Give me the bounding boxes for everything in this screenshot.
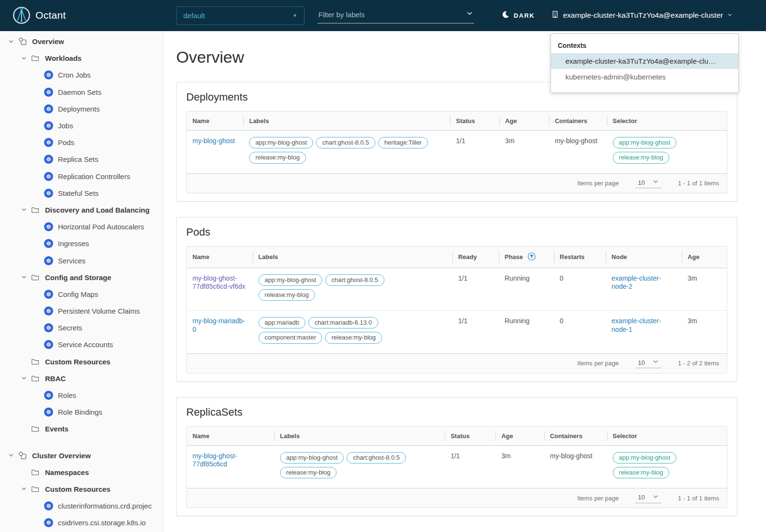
label-tag[interactable]: release:my-blog <box>249 152 306 163</box>
label-tag[interactable]: release:my-blog <box>259 289 315 301</box>
label-tag[interactable]: chart:ghost-8.0.5 <box>347 452 406 464</box>
sidebar-item-stateful-sets[interactable]: ☸Stateful Sets <box>0 185 163 202</box>
pods-icon: ☸ <box>44 138 58 147</box>
dark-theme-toggle[interactable]: DARK <box>502 11 535 20</box>
label-tag[interactable]: release:my-blog <box>280 467 337 478</box>
resource-link[interactable]: my-blog-ghost-77df85c6cd-vf6dx <box>192 274 246 291</box>
chevron-down-icon[interactable] <box>17 207 31 213</box>
resource-link[interactable]: example-cluster-node-1 <box>611 317 661 333</box>
sidebar-item-label: Daemon Sets <box>58 88 101 96</box>
cell-text: 3m <box>687 274 697 282</box>
items-per-page-value: 10 <box>638 359 645 366</box>
table-pods: NameLabelsReadyPhaseRestartsNodeAgemy-bl… <box>187 247 727 353</box>
label-filter-input[interactable] <box>318 11 448 19</box>
card-replicasets: ReplicaSetsNameLabelsStatusAgeContainers… <box>176 397 737 517</box>
chevron-down-icon[interactable] <box>17 486 31 492</box>
column-header-label: Containers <box>555 117 587 125</box>
label-tag[interactable]: chart:ghost-8.0.5 <box>316 137 375 148</box>
context-switcher[interactable]: example-cluster-ka3TuTzYo4a@example-clus… <box>552 11 732 20</box>
sidebar-item-label: Services <box>58 257 86 265</box>
context-option-kubernetes-admin[interactable]: kubernetes-admin@kubernetes <box>551 69 738 85</box>
cell-text: 1/1 <box>456 137 465 145</box>
sidebar-item-label: Roles <box>58 391 76 399</box>
sidebar-item-clusterinformations-crd-projec[interactable]: ☸clusterinformations.crd.projec <box>0 498 163 514</box>
sidebar-item-namespaces[interactable]: Namespaces <box>0 464 163 481</box>
column-header-inner: Selector <box>613 117 721 125</box>
sidebar-item-overview[interactable]: Overview <box>0 33 163 50</box>
sidebar-item-cluster-overview[interactable]: Cluster Overview <box>0 447 163 464</box>
app-icon <box>18 451 32 460</box>
sidebar-item-rbac[interactable]: RBAC <box>0 370 163 387</box>
sidebar-item-jobs[interactable]: ☸Jobs <box>0 117 163 134</box>
pagination-range: 1 - 1 of 1 items <box>678 495 719 502</box>
cell-text: Running <box>505 317 529 325</box>
pagination-footer: Items per page101 - 1 of 1 items <box>187 488 727 508</box>
sidebar-item-persistent-volume-claims[interactable]: ☸Persistent Volume Claims <box>0 303 163 319</box>
label-tag[interactable]: chart:mariadb-6.13.0 <box>308 317 378 328</box>
context-option-current[interactable]: example-cluster-ka3TuTzYo4a@example-clu… <box>551 53 738 69</box>
label-tag[interactable]: component:master <box>259 332 323 343</box>
namespace-select[interactable]: default ▼ <box>176 6 304 25</box>
chevron-down-icon[interactable] <box>17 274 31 280</box>
filter-icon[interactable] <box>528 252 536 262</box>
sidebar-item-custom-resources[interactable]: Custom Resources <box>0 481 163 498</box>
sidebar-item-ingresses[interactable]: ☸Ingresses <box>0 235 163 252</box>
sidebar-item-discovery-and-load-balancing[interactable]: Discovery and Load Balancing <box>0 202 163 218</box>
selector-tag[interactable]: app:my-blog-ghost <box>613 137 677 148</box>
sidebar-item-daemon-sets[interactable]: ☸Daemon Sets <box>0 84 163 101</box>
replication-controllers-icon: ☸ <box>44 172 58 181</box>
sidebar-item-csidrivers-csi-storage-k8s-io[interactable]: ☸csidrivers.csi.storage.k8s.io <box>0 514 163 531</box>
selector-tag[interactable]: release:my-blog <box>613 467 670 478</box>
resource-link[interactable]: my-blog-mariadb-0 <box>192 317 245 333</box>
label-tag[interactable]: chart:ghost-8.0.5 <box>325 274 384 286</box>
table-row: my-blog-ghost-77df85c6cd-vf6dxapp:my-blo… <box>187 268 727 311</box>
column-header-label: Selector <box>613 117 637 125</box>
chevron-down-icon[interactable] <box>466 10 473 19</box>
resource-link[interactable]: example-cluster-node-2 <box>611 274 661 291</box>
items-per-page-select[interactable]: 10 <box>635 358 662 368</box>
label-tag[interactable]: app:mariadb <box>259 317 305 328</box>
selector-tag[interactable]: release:my-blog <box>613 152 670 163</box>
sidebar-item-events[interactable]: Events <box>0 420 163 437</box>
column-header-label: Selector <box>613 432 637 440</box>
sidebar-item-label: Deployments <box>58 105 100 113</box>
label-tag[interactable]: app:my-blog-ghost <box>259 274 323 286</box>
label-tag[interactable]: release:my-blog <box>325 332 382 343</box>
horizontal-pod-autoscalers-icon: ☸ <box>44 222 58 231</box>
chevron-down-icon[interactable] <box>4 39 18 45</box>
chevron-down-icon[interactable] <box>17 56 31 61</box>
sidebar-item-secrets[interactable]: ☸Secrets <box>0 319 163 336</box>
sidebar-item-replica-sets[interactable]: ☸Replica Sets <box>0 151 163 168</box>
sidebar-item-custom-resources[interactable]: Custom Resources <box>0 353 163 370</box>
column-header-inner: Restarts <box>560 253 600 260</box>
sidebar-item-label: csidrivers.csi.storage.k8s.io <box>58 519 146 527</box>
resource-link[interactable]: my-blog-ghost <box>192 137 235 145</box>
column-header-inner: Labels <box>280 432 439 440</box>
chevron-down-icon[interactable] <box>4 453 18 458</box>
label-tag[interactable]: app:my-blog-ghost <box>249 137 313 148</box>
sidebar-item-workloads[interactable]: Workloads <box>0 50 163 67</box>
sidebar-item-config-maps[interactable]: ☸Config Maps <box>0 286 163 303</box>
sidebar-item-horizontal-pod-autoscalers[interactable]: ☸Horizontal Pod Autoscalers <box>0 218 163 235</box>
selector-tag[interactable]: app:my-blog-ghost <box>613 452 677 464</box>
column-header-inner: Phase <box>505 252 548 262</box>
items-per-page-select[interactable]: 10 <box>635 493 662 503</box>
sidebar-item-role-bindings[interactable]: ☸Role Bindings <box>0 404 163 420</box>
sidebar-item-config-and-storage[interactable]: Config and Storage <box>0 269 163 286</box>
resource-link[interactable]: my-blog-ghost-77df85c6cd <box>192 452 237 468</box>
sidebar-item-replication-controllers[interactable]: ☸Replication Controllers <box>0 168 163 185</box>
chevron-down-icon[interactable] <box>17 375 31 381</box>
label-tag[interactable]: app:my-blog-ghost <box>280 452 344 464</box>
sidebar-item-services[interactable]: ☸Services <box>0 252 163 269</box>
cell: app:my-blog-ghostchart:ghost-8.0.5herita… <box>243 131 450 173</box>
folder-icon <box>31 206 45 214</box>
sidebar-item-deployments[interactable]: ☸Deployments <box>0 101 163 117</box>
sidebar-item-pods[interactable]: ☸Pods <box>0 134 163 151</box>
items-per-page-select[interactable]: 10 <box>635 178 662 188</box>
sidebar-item-label: Workloads <box>45 54 81 62</box>
sidebar-item-cron-jobs[interactable]: ☸Cron Jobs <box>0 67 163 83</box>
sidebar-item-roles[interactable]: ☸Roles <box>0 387 163 404</box>
label-tag[interactable]: heritage:Tiller <box>378 137 428 148</box>
pagination-range: 1 - 1 of 1 items <box>678 180 719 187</box>
sidebar-item-service-accounts[interactable]: ☸Service Accounts <box>0 336 163 353</box>
